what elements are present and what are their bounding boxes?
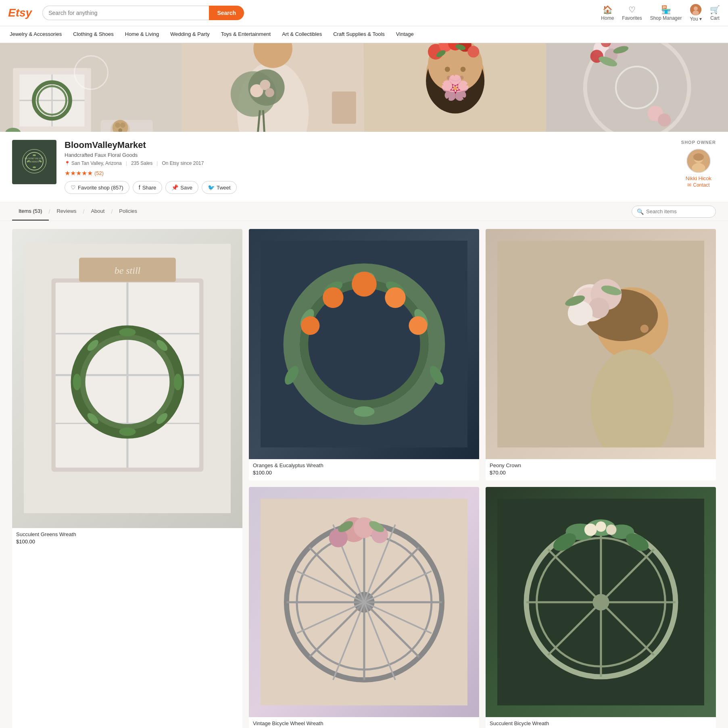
hero-panel-2	[182, 43, 364, 132]
succulent-bicycle-svg	[497, 499, 705, 706]
svg-point-44	[459, 76, 463, 80]
nav-home[interactable]: 🏠 Home	[601, 5, 614, 21]
owner-name[interactable]: Nikki Hicok	[681, 175, 716, 181]
shop-owner-section: SHOP OWNER Nikki Hicok ✉ Contact	[681, 140, 716, 188]
header: Etsy Search 🏠 Home ♡ Favorites 🏪 Shop Ma…	[0, 0, 728, 26]
product-card-succulent-greens[interactable]: be still Succulent Greens Wreath $100.00	[12, 229, 242, 728]
hero-panel-4	[546, 43, 728, 132]
tab-policies[interactable]: Policies	[113, 202, 144, 220]
oranges-wreath-svg	[261, 241, 468, 448]
nav-you[interactable]: You ▾	[690, 4, 702, 22]
product-card-oranges[interactable]: Oranges & Eucalyptus Wreath $100.00	[249, 229, 479, 480]
svg-point-55	[658, 113, 671, 126]
cat-craft[interactable]: Craft Supplies & Tools	[327, 26, 390, 43]
owner-avatar-image	[687, 149, 710, 173]
shop-meta: San Tan Valley, Arizona | 235 Sales | On…	[65, 160, 716, 166]
product-image-bicycle	[249, 487, 479, 717]
product-name-succulent-bicycle: Succulent Bicycle Wreath	[490, 720, 712, 726]
tab-reviews[interactable]: Reviews	[50, 202, 83, 220]
svg-point-104	[354, 406, 374, 417]
home-icon: 🏠	[603, 5, 613, 15]
shop-info-section: BLOOM VALLEY MARKET BloomValleyMarket Ha…	[0, 132, 728, 202]
shop-owner-label: SHOP OWNER	[681, 140, 716, 145]
product-name-succulent-greens: Succulent Greens Wreath	[16, 531, 238, 537]
product-image-wrapper-succulent-bicycle	[486, 487, 716, 717]
svg-point-101	[323, 287, 343, 308]
contact-icon: ✉	[687, 182, 691, 188]
tabs-row: Items (53) / Reviews / About / Policies …	[0, 202, 728, 221]
owner-avatar	[686, 149, 711, 173]
nav-cart-label: Cart	[710, 15, 720, 21]
shop-logo-inner: BLOOM VALLEY MARKET	[19, 146, 50, 178]
svg-point-26	[265, 88, 275, 98]
cat-vintage[interactable]: Vintage	[390, 26, 419, 43]
favorite-label: Favorite shop (857)	[78, 185, 123, 191]
hero-panel-3	[364, 43, 546, 132]
avatar-image	[690, 4, 701, 15]
svg-point-2	[693, 10, 699, 15]
tab-about[interactable]: About	[84, 202, 111, 220]
share-button[interactable]: f Share	[133, 181, 163, 194]
save-button[interactable]: 📌 Save	[165, 181, 198, 194]
product-image-wrapper-bicycle	[249, 487, 479, 717]
svg-text:MARKET: MARKET	[29, 160, 40, 163]
hero-image-2	[182, 43, 364, 132]
hero-image-1	[0, 43, 182, 132]
heart-icon: ♡	[628, 5, 636, 15]
cart-icon: 🛒	[710, 5, 720, 15]
search-items-input[interactable]	[646, 208, 711, 214]
svg-point-152	[596, 521, 606, 532]
cat-toys[interactable]: Toys & Entertainment	[215, 26, 277, 43]
cat-art[interactable]: Art & Collectibles	[276, 26, 327, 43]
svg-point-35	[460, 67, 465, 72]
product-name-oranges: Oranges & Eucalyptus Wreath	[253, 462, 475, 468]
product-image-wrapper-peony	[486, 229, 716, 459]
tweet-button[interactable]: 🐦 Tweet	[202, 181, 237, 194]
nav-you-label: You ▾	[690, 16, 702, 22]
product-card-peony[interactable]: Peony Crown $70.00	[486, 229, 716, 480]
twitter-icon: 🐦	[208, 184, 215, 191]
svg-text:be still: be still	[114, 265, 140, 276]
etsy-logo[interactable]: Etsy	[8, 6, 32, 19]
search-icon: 🔍	[637, 208, 644, 215]
shop-actions: ♡ Favorite shop (857) f Share 📌 Save 🐦 T…	[65, 181, 716, 194]
product-card-bicycle[interactable]: Vintage Bicycle Wheel Wreath $95.00	[249, 487, 479, 728]
favorite-shop-button[interactable]: ♡ Favorite shop (857)	[65, 181, 129, 194]
product-card-succulent-bicycle[interactable]: Succulent Bicycle Wreath $120.00	[486, 487, 716, 728]
shop-location: San Tan Valley, Arizona	[65, 160, 122, 166]
shop-logo-circle: BLOOM VALLEY MARKET	[22, 149, 46, 173]
owner-contact[interactable]: ✉ Contact	[681, 182, 716, 188]
svg-point-102	[409, 316, 427, 335]
nav-shop-manager[interactable]: 🏪 Shop Manager	[650, 5, 682, 21]
rating-row: ★★★★★ (52)	[65, 169, 716, 177]
nav-favorites-label: Favorites	[622, 15, 642, 21]
product-info-succulent-bicycle: Succulent Bicycle Wreath $120.00	[486, 717, 716, 728]
product-image-wrapper: be still	[12, 229, 242, 528]
cat-home[interactable]: Home & Living	[119, 26, 165, 43]
heart-icon: ♡	[71, 184, 76, 191]
svg-point-100	[385, 287, 405, 308]
svg-point-151	[606, 524, 616, 535]
svg-point-150	[584, 523, 597, 536]
peony-crown-svg	[497, 241, 705, 448]
cat-clothing[interactable]: Clothing & Shoes	[67, 26, 119, 43]
nav-cart[interactable]: 🛒 Cart	[710, 5, 720, 21]
svg-point-34	[444, 67, 450, 72]
products-grid: be still Succulent Greens Wreath $100.00	[12, 229, 716, 728]
contact-label: Contact	[693, 182, 709, 188]
svg-rect-46	[546, 43, 728, 132]
product-info-oranges: Oranges & Eucalyptus Wreath $100.00	[249, 459, 479, 480]
cat-wedding[interactable]: Wedding & Party	[165, 26, 215, 43]
product-price-oranges: $100.00	[253, 470, 475, 476]
tab-items[interactable]: Items (53)	[12, 202, 49, 220]
product-image-wrapper-oranges	[249, 229, 479, 459]
search-button[interactable]: Search	[209, 6, 244, 20]
svg-point-15	[115, 123, 120, 128]
nav-favorites[interactable]: ♡ Favorites	[622, 5, 642, 21]
svg-point-118	[640, 324, 649, 333]
bicycle-wreath-svg	[261, 499, 468, 706]
search-input[interactable]	[42, 6, 209, 20]
meta-sep-1: |	[126, 160, 127, 166]
cat-jewelry[interactable]: Jewelry & Accessories	[4, 26, 67, 43]
svg-point-83	[73, 374, 81, 390]
